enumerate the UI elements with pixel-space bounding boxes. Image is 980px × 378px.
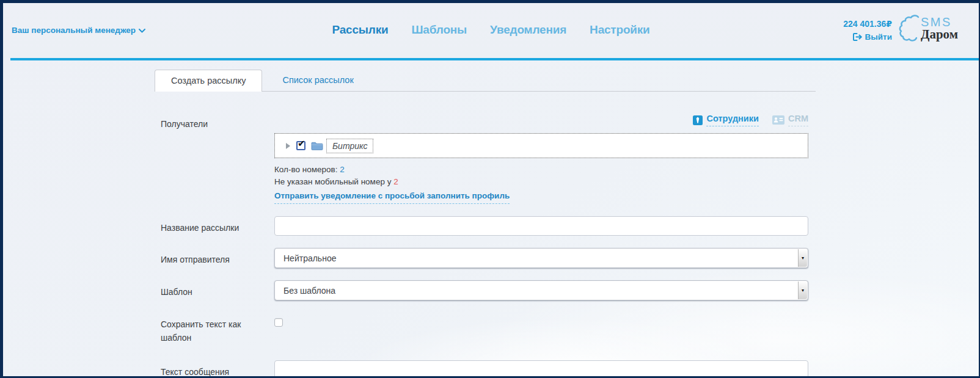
missing-phone-line: Не указан мобильный номер у 2 [274,176,808,188]
recipient-counts: Кол-во номеров: 2 Не указан мобильный но… [274,164,808,204]
recipients-row: Получатели Сотрудники [161,112,979,204]
logout-button[interactable]: Выйти [843,32,892,42]
template-label: Шаблон [161,280,274,300]
recipients-tree: ✔ Битрикс [274,133,808,158]
header: Ваш персональный менеджер Рассылки Шабло… [3,3,979,58]
recipient-sources: Сотрудники CRM [274,112,808,126]
numbers-count-label: Кол-во номеров: [274,165,337,174]
logout-icon [853,33,862,41]
message-text-control [274,360,808,378]
tab-mailing-list[interactable]: Список рассылок [282,70,353,91]
folder-icon [311,141,323,150]
tree-node-label[interactable]: Битрикс [326,139,373,153]
tab-bar: Создать рассылку Список рассылок [155,69,816,92]
brand-darom: Даром [921,28,958,41]
save-as-template-control [274,313,808,344]
sender-selected-value: Нейтральное [283,253,336,263]
numbers-count-value: 2 [340,165,345,174]
brand-logo: SMS Даром [898,13,958,43]
tab-create-mailing[interactable]: Создать рассылку [155,70,262,92]
brand-sms: SMS [921,16,958,28]
logout-label: Выйти [865,32,893,42]
check-mark-icon: ✔ [298,138,305,149]
source-crm-toggle[interactable]: CRM [772,114,808,126]
tree-node-checkbox[interactable]: ✔ [296,141,305,150]
source-crm-label: CRM [788,114,808,126]
template-selected-value: Без шаблона [283,286,335,296]
save-as-template-row: Сохранить текст как шаблон [161,313,979,344]
template-select[interactable]: Без шаблона ▾ [274,280,808,300]
mailing-form: Получатели Сотрудники [3,112,979,378]
main-nav: Рассылки Шаблоны Уведомления Настройки [3,23,979,37]
mailing-name-row: Название рассылки [161,216,979,236]
brand-text: SMS Даром [921,16,958,41]
sender-select-arrow-icon[interactable]: ▾ [798,249,807,267]
template-control: Без шаблона ▾ [274,280,808,300]
notify-profile-link[interactable]: Отправить уведомление с просьбой заполни… [274,190,510,204]
account-area: 224 401.36₽ Выйти [843,19,892,42]
sender-label: Имя отправителя [161,248,274,268]
save-as-template-label: Сохранить текст как шаблон [161,313,265,344]
employees-icon [693,115,703,125]
nav-item-settings[interactable]: Настройки [590,23,649,37]
sender-row: Имя отправителя Нейтральное ▾ [161,248,979,268]
crm-contact-card-icon [772,115,784,125]
save-as-template-checkbox[interactable] [274,318,283,327]
nav-item-templates[interactable]: Шаблоны [411,23,467,37]
sender-control: Нейтральное ▾ [274,248,808,268]
nav-item-mailings[interactable]: Рассылки [332,23,388,37]
recipients-label: Получатели [161,112,274,204]
numbers-count-line: Кол-во номеров: 2 [274,164,808,176]
nav-item-notifications[interactable]: Уведомления [490,23,566,37]
mailing-name-label: Название рассылки [161,216,274,236]
tree-node: Битрикс [311,139,373,153]
message-text-label: Текст сообщения [161,360,274,378]
source-employees-label: Сотрудники [706,114,759,126]
mailing-name-control [274,216,808,236]
missing-phone-label: Не указан мобильный номер у [274,177,391,186]
template-row: Шаблон Без шаблона ▾ [161,280,979,300]
main-content: Создать рассылку Список рассылок Получат… [3,60,979,378]
mailing-name-input[interactable] [274,216,808,236]
missing-phone-value: 2 [393,177,398,186]
tree-expand-icon[interactable] [286,143,290,149]
source-employees-toggle[interactable]: Сотрудники [693,114,759,126]
balance-amount: 224 401.36₽ [843,19,892,29]
recipients-control: Сотрудники CRM [274,112,808,204]
app-window: Ваш персональный менеджер Рассылки Шабло… [0,0,980,378]
message-text-input[interactable] [274,360,808,378]
sender-select[interactable]: Нейтральное ▾ [274,248,808,268]
message-text-row: Текст сообщения [161,360,979,378]
template-select-arrow-icon[interactable]: ▾ [798,282,807,299]
